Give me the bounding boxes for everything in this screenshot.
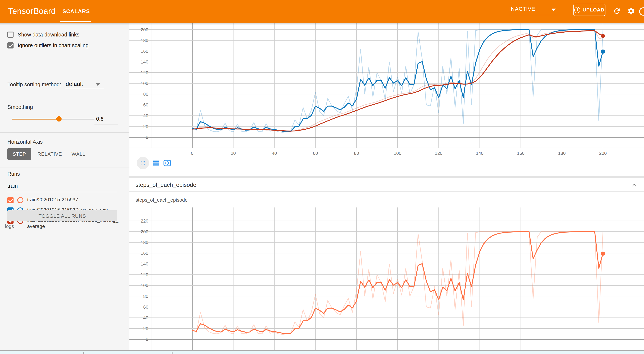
- series-end-dot: [601, 50, 605, 54]
- smoothing-value-input[interactable]: 0.6: [96, 116, 104, 122]
- bottom-strip-tick: [172, 352, 172, 354]
- help-icon[interactable]: [639, 8, 644, 16]
- axis-option-relative[interactable]: RELATIVE: [37, 148, 62, 160]
- y-tick-label: 60: [143, 102, 148, 108]
- x-tick-label: 120: [435, 151, 442, 156]
- x-tick-label: 160: [517, 151, 524, 156]
- upload-button-label: UPLOAD: [582, 7, 604, 13]
- main-content: 0204060801001201401601802000204060801001…: [130, 22, 644, 354]
- refresh-icon[interactable]: [613, 7, 621, 15]
- y-tick-label: 0: [146, 337, 148, 342]
- status-dropdown-underline: [509, 15, 558, 15]
- series-end-dot: [601, 34, 605, 38]
- divider: [0, 98, 130, 98]
- smoothing-value-underline: [94, 124, 118, 124]
- tab-scalars[interactable]: SCALARS: [60, 0, 92, 22]
- smoothing-slider-thumb[interactable]: [56, 116, 62, 122]
- y-tick-label: 120: [141, 272, 148, 277]
- x-tick-label: 60: [313, 151, 318, 156]
- y-tick-label: 220: [141, 218, 148, 224]
- app-title: TensorBoard: [8, 0, 56, 22]
- checkbox-label: Ignore outliers in chart scaling: [18, 42, 88, 48]
- run-label: train/20201015-215937: [27, 197, 119, 203]
- x-tick-label: 100: [394, 151, 402, 156]
- chart-toolbar: [137, 157, 171, 169]
- y-tick-label: 20: [143, 124, 148, 129]
- tooltip-sorting-select[interactable]: default: [66, 80, 83, 87]
- tab-active-underline: [60, 21, 91, 22]
- y-tick-label: 100: [141, 81, 148, 86]
- run-filter-input[interactable]: train: [8, 183, 18, 189]
- settings-gear-icon[interactable]: [627, 7, 635, 15]
- checkbox-label: Show data download links: [18, 32, 79, 38]
- settings-sidebar: Show data download linksIgnore outliers …: [0, 22, 130, 354]
- runs-label: Runs: [8, 171, 20, 177]
- y-tick-label: 60: [143, 304, 148, 310]
- x-tick-label: 0: [191, 151, 194, 156]
- y-tick-label: 180: [141, 240, 148, 245]
- axis-option-step[interactable]: STEP: [8, 148, 31, 160]
- sidebar-checkbox-row[interactable]: Ignore outliers in chart scaling: [8, 42, 89, 48]
- y-tick-label: 160: [141, 49, 148, 54]
- bottom-strip: [0, 351, 644, 354]
- sidebar-checkbox-row[interactable]: Show data download links: [8, 32, 80, 38]
- info-icon: i: [574, 7, 580, 13]
- y-tick-label: 100: [141, 283, 148, 288]
- divider: [0, 132, 130, 132]
- status-dropdown-label[interactable]: INACTIVE: [509, 6, 535, 12]
- section-header[interactable]: steps_of_each_episode: [130, 178, 644, 192]
- y-tick-label: 120: [141, 70, 148, 75]
- series-end-dot: [601, 252, 605, 256]
- tooltip-sorting-label: Tooltip sorting method:: [8, 81, 61, 88]
- smoothing-slider-fill: [12, 119, 59, 120]
- expand-chart-button[interactable]: [137, 157, 149, 169]
- x-tick-label: 20: [231, 151, 236, 156]
- checked-checkbox-icon[interactable]: [8, 42, 14, 48]
- logdir-label: logs: [5, 224, 14, 229]
- unchecked-checkbox-icon[interactable]: [8, 32, 14, 38]
- y-tick-label: 20: [143, 326, 148, 331]
- y-tick-label: 200: [141, 27, 148, 32]
- tooltip-sorting-underline: [65, 89, 104, 89]
- chevron-down-icon[interactable]: [552, 9, 556, 11]
- y-tick-label: 80: [143, 92, 148, 97]
- steps-chart-card: steps_of_each_episode 020406080100120140…: [130, 192, 644, 354]
- section-gap: [130, 176, 644, 178]
- y-tick-label: 180: [141, 38, 148, 43]
- chart-title: steps_of_each_episode: [136, 197, 188, 203]
- y-tick-label: 80: [143, 294, 148, 299]
- axis-option-wall[interactable]: WALL: [69, 148, 88, 160]
- y-tick-label: 160: [141, 251, 148, 256]
- run-checkbox-icon[interactable]: [8, 197, 14, 203]
- toggle-all-runs-button[interactable]: TOGGLE ALL RUNS: [8, 210, 117, 222]
- y-tick-label: 0: [146, 135, 148, 140]
- app-header: TensorBoard SCALARS INACTIVE i UPLOAD: [0, 0, 644, 22]
- smoothing-slider[interactable]: [12, 119, 94, 120]
- steps-chart[interactable]: 020406080100120140160180200220: [130, 207, 644, 350]
- x-tick-label: 200: [599, 151, 607, 156]
- y-tick-label: 40: [143, 315, 148, 320]
- rewards-chart-card: 0204060801001201401601802000204060801001…: [130, 22, 644, 176]
- bottom-strip-tick: [83, 352, 84, 354]
- x-tick-label: 80: [354, 151, 359, 156]
- y-tick-label: 40: [143, 113, 148, 118]
- tensorboard-app: TensorBoard SCALARS INACTIVE i UPLOAD Sh…: [0, 0, 644, 354]
- toggle-y-axis-button[interactable]: [152, 160, 160, 167]
- x-tick-label: 140: [476, 151, 484, 156]
- fit-domain-to-data-button[interactable]: [163, 160, 171, 167]
- run-color-circle-icon[interactable]: [17, 197, 23, 203]
- y-tick-label: 140: [141, 262, 148, 266]
- divider: [0, 168, 130, 168]
- rewards-chart[interactable]: 0204060801001201401601802000204060801001…: [130, 22, 644, 158]
- fullscreen-icon: [139, 160, 147, 167]
- section-title: steps_of_each_episode: [136, 178, 196, 192]
- upload-button[interactable]: i UPLOAD: [573, 4, 605, 16]
- chevron-down-icon[interactable]: [96, 83, 100, 86]
- run-row[interactable]: train/20201015-215937: [8, 197, 122, 203]
- collapse-section-icon[interactable]: [630, 181, 638, 189]
- y-tick-label: 200: [141, 229, 148, 234]
- x-tick-label: 40: [272, 151, 277, 156]
- y-tick-label: 140: [141, 60, 148, 64]
- run-filter-underline: [8, 192, 117, 192]
- horizontal-axis-label: Horizontal Axis: [8, 139, 43, 145]
